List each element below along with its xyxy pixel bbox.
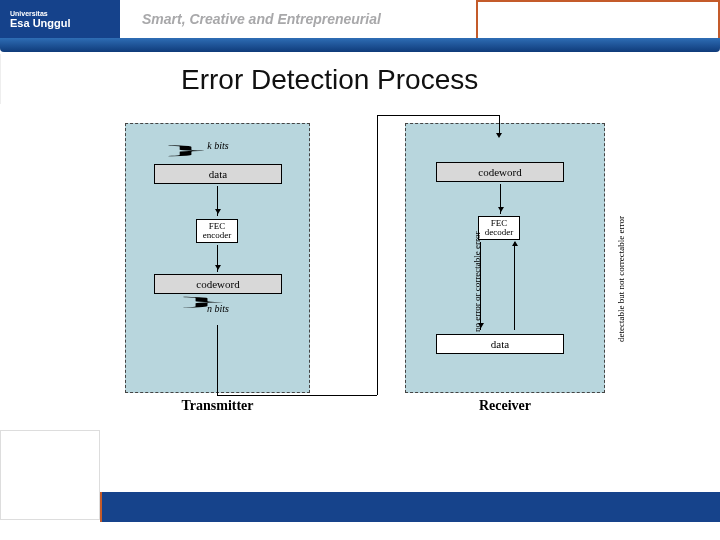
arrow-rx-right <box>514 242 515 330</box>
k-bits-brace: k bits ︷ <box>154 139 282 151</box>
logo-uni: Esa Unggul <box>10 17 71 29</box>
footer <box>0 480 720 540</box>
header: Universitas Esa Unggul Smart, Creative a… <box>0 0 720 38</box>
rx-codeword-box: codeword <box>436 162 564 182</box>
title-zone: Error Detection Process <box>0 54 720 104</box>
tx-codeword-box: codeword <box>154 274 282 294</box>
tagline: Smart, Creative and Entrepreneurial <box>142 11 381 27</box>
diagram: k bits ︷ data FEC encoder codeword ︸ n b… <box>95 115 635 435</box>
arrow-rx-1 <box>500 184 501 214</box>
logo-uni-small: Universitas <box>10 10 71 17</box>
header-right: Smart, Creative and Entrepreneurial <box>120 0 720 38</box>
n-bits-brace: ︸ n bits <box>154 302 282 314</box>
arrow-tx-2 <box>217 245 218 272</box>
rx-caption-no-error: no error or correctable error <box>472 242 482 332</box>
transmitter-label: Transmitter <box>126 398 309 414</box>
receiver-label: Receiver <box>406 398 604 414</box>
footer-side-panel <box>0 430 100 520</box>
logo: Universitas Esa Unggul <box>0 0 120 38</box>
fec-encoder-box: FEC encoder <box>196 219 238 243</box>
fec-decoder-box: FEC decoder <box>478 216 520 240</box>
rx-caption-detectable: detectable but not correctable error <box>616 232 626 342</box>
rx-data-box: data <box>436 334 564 354</box>
tx-data-box: data <box>154 164 282 184</box>
footer-band <box>100 492 720 522</box>
header-band <box>0 38 720 52</box>
receiver-panel: codeword FEC decoder no error or correct… <box>405 123 605 393</box>
page-title: Error Detection Process <box>181 64 720 96</box>
arrow-tx-1 <box>217 186 218 216</box>
